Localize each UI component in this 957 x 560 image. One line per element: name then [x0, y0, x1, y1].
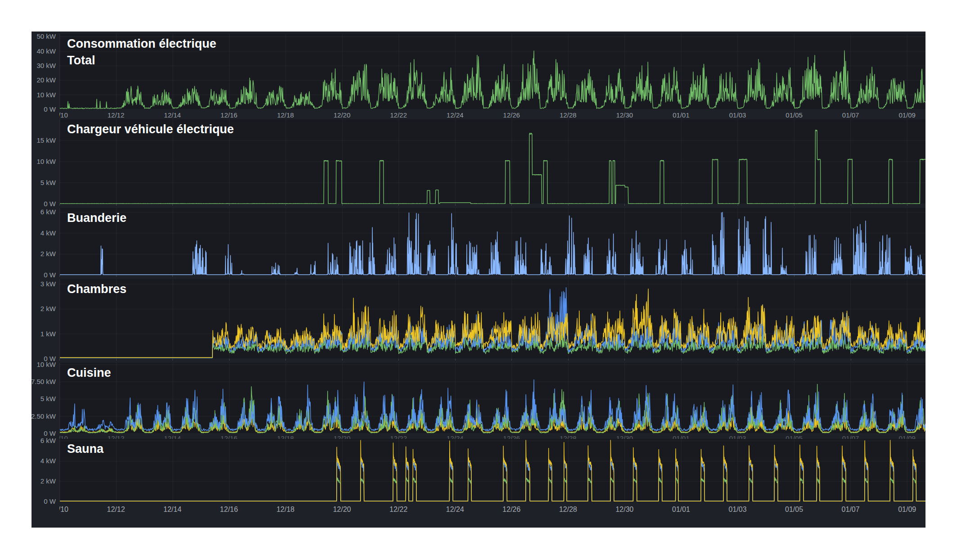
x-tick-label: 12/30: [616, 434, 633, 439]
x-tick-label: 12/12: [108, 111, 125, 119]
y-axis-total: 0 W10 kW20 kW30 kW40 kW50 kW: [32, 34, 59, 109]
x-tick-label: 01/09: [898, 506, 916, 514]
x-tick-label: 12/24: [446, 506, 464, 514]
x-axis-bottom: 12/1012/1212/1412/1612/1812/2012/2212/24…: [32, 501, 925, 519]
x-tick-label: 12/20: [334, 111, 351, 119]
x-axis-kitchen-clipped: 12/1012/1212/1412/1612/1812/2012/2212/24…: [32, 434, 925, 439]
x-tick-label: 12/24: [447, 111, 464, 119]
x-tick-label: 12/16: [221, 111, 238, 119]
y-tick-label: 4 kW: [41, 457, 56, 465]
x-tick-mark: [681, 204, 682, 206]
x-tick-mark: [398, 275, 399, 277]
x-tick-label: 12/20: [333, 506, 351, 514]
x-tick-mark: [794, 275, 794, 277]
x-tick-label: 01/01: [672, 506, 690, 514]
x-tick-mark: [342, 275, 343, 277]
x-tick-mark: [511, 204, 512, 206]
x-tick-label: 01/09: [898, 434, 916, 439]
x-tick-label: 01/03: [729, 506, 747, 514]
grafana-dashboard: 0 W10 kW20 kW30 kW40 kW50 kW Consommatio…: [32, 32, 925, 528]
y-axis-kitchen: 0 W2.50 kW5 kW7.50 kW10 kW: [32, 363, 59, 434]
x-tick-label: 01/05: [785, 434, 803, 439]
panel-laundry: 0 W2 kW4 kW6 kW Buanderie: [32, 208, 925, 275]
x-tick-label: 01/03: [729, 111, 746, 119]
x-tick-label: 12/10: [59, 111, 68, 119]
x-tick-mark: [116, 204, 117, 206]
x-tick-mark: [681, 275, 682, 277]
y-tick-label: 5 kW: [41, 395, 56, 402]
x-tick-label: 12/28: [560, 111, 577, 119]
x-tick-label: 12/28: [560, 434, 577, 439]
x-tick-mark: [568, 204, 569, 206]
plot-area-bedrooms[interactable]: Chambres: [59, 279, 925, 359]
x-tick-mark: [568, 359, 569, 361]
y-tick-label: 15 kW: [36, 137, 56, 144]
x-tick-label: 12/22: [389, 506, 407, 514]
x-tick-label: 01/03: [729, 434, 746, 439]
panel-ev-charger: 0 W5 kW10 kW15 kW Chargeur véhicule élec…: [32, 119, 925, 204]
x-tick-mark: [851, 275, 851, 277]
x-tick-mark: [794, 204, 794, 206]
plot-area-sauna[interactable]: Sauna: [59, 439, 925, 501]
x-tick-label: 01/07: [842, 434, 859, 439]
y-tick-label: 2 kW: [41, 250, 56, 257]
y-tick-label: 10 kW: [36, 158, 56, 165]
x-tick-mark: [738, 359, 738, 361]
panel-total: 0 W10 kW20 kW30 kW40 kW50 kW Consommatio…: [32, 34, 925, 109]
x-tick-label: 12/20: [334, 434, 351, 439]
x-tick-label: 12/30: [616, 111, 633, 119]
x-tick-mark: [172, 204, 173, 206]
y-tick-label: 6 kW: [41, 437, 56, 444]
y-tick-label: 20 kW: [36, 77, 56, 84]
x-tick-mark: [681, 359, 682, 361]
plot-area-ev[interactable]: Chargeur véhicule électrique: [59, 119, 925, 204]
x-tick-label: 01/01: [673, 111, 690, 119]
x-tick-mark: [59, 204, 60, 206]
x-tick-mark: [624, 275, 625, 277]
x-tick-label: 12/12: [107, 506, 125, 514]
chart-svg-3: [60, 279, 925, 359]
chart-svg-0: [60, 34, 925, 109]
x-tick-mark: [342, 204, 343, 206]
x-tick-mark: [511, 359, 512, 361]
x-tick-label: 01/09: [898, 111, 916, 119]
x-axis-total: 12/1012/1212/1412/1612/1812/2012/2212/24…: [32, 109, 925, 119]
x-tick-mark: [59, 359, 60, 361]
x-ticks-laundry: [32, 275, 925, 279]
chart-svg-1: [60, 119, 925, 204]
x-tick-label: 12/18: [276, 506, 294, 514]
y-tick-label: 30 kW: [36, 62, 56, 69]
x-tick-label: 12/16: [221, 434, 238, 439]
x-tick-mark: [455, 359, 456, 361]
y-tick-label: 3 kW: [41, 280, 56, 288]
x-tick-mark: [229, 275, 230, 277]
plot-area-kitchen[interactable]: Cuisine: [59, 363, 925, 434]
x-tick-label: 12/16: [220, 506, 238, 514]
plot-area-laundry[interactable]: Buanderie: [59, 208, 925, 275]
x-tick-label: 12/24: [447, 434, 464, 439]
x-tick-mark: [116, 359, 117, 361]
x-tick-mark: [285, 275, 286, 277]
x-tick-label: 12/28: [559, 506, 577, 514]
x-tick-mark: [285, 359, 286, 361]
x-tick-label: 01/05: [785, 111, 803, 119]
x-tick-mark: [907, 204, 907, 206]
y-tick-label: 2.50 kW: [31, 413, 56, 420]
plot-area-total[interactable]: Consommation électrique Total: [59, 34, 925, 109]
y-tick-label: 7.50 kW: [31, 378, 56, 385]
y-axis-bedrooms: 0 W1 kW2 kW3 kW: [32, 279, 59, 359]
x-tick-label: 12/14: [164, 434, 181, 439]
x-tick-mark: [285, 204, 286, 206]
x-tick-mark: [455, 204, 456, 206]
y-axis-sauna: 0 W2 kW4 kW6 kW: [32, 439, 59, 501]
x-tick-mark: [738, 204, 738, 206]
x-tick-label: 01/01: [673, 434, 690, 439]
x-tick-label: 12/10: [59, 434, 68, 439]
x-tick-mark: [624, 204, 625, 206]
y-axis-ev: 0 W5 kW10 kW15 kW: [32, 119, 59, 204]
x-tick-mark: [342, 359, 343, 361]
x-tick-label: 12/22: [390, 434, 407, 439]
x-tick-label: 12/26: [503, 434, 520, 439]
x-tick-mark: [398, 204, 399, 206]
y-tick-label: 1 kW: [41, 330, 56, 338]
